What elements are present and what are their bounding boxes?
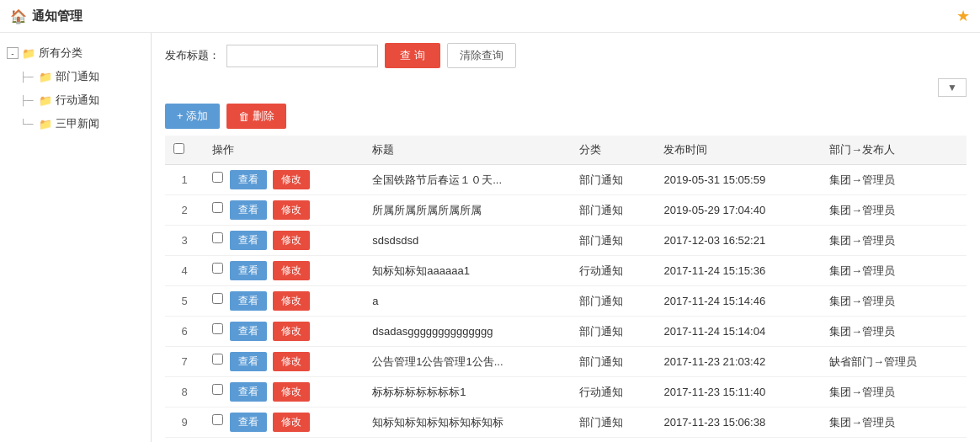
line-icon-action: ├─ — [20, 95, 34, 105]
delete-button[interactable]: 🗑 删除 — [226, 104, 286, 129]
row-category: 部门通知 — [571, 407, 656, 438]
clear-button[interactable]: 清除查询 — [447, 43, 516, 68]
edit-button[interactable]: 修改 — [273, 170, 310, 189]
row-number: 2 — [165, 195, 204, 226]
query-button[interactable]: 查 询 — [385, 43, 440, 68]
edit-button[interactable]: 修改 — [273, 322, 310, 341]
view-button[interactable]: 查看 — [230, 352, 267, 371]
col-checkbox — [165, 136, 204, 165]
row-title: 知标知标知aaaaaа1 — [364, 256, 571, 286]
row-category: 行动通知 — [571, 377, 656, 407]
row-number: 9 — [165, 407, 204, 438]
row-checkbox[interactable] — [212, 414, 223, 425]
col-category: 分类 — [571, 136, 656, 165]
row-actions: 查看 修改 — [204, 226, 364, 256]
sidebar-root-label[interactable]: 所有分类 — [39, 45, 83, 61]
sidebar-label-dept: 部门通知 — [56, 69, 99, 84]
row-time: 2017-11-24 15:14:04 — [655, 317, 820, 347]
sidebar-item-action-notice[interactable]: ├─ 📁 行动通知 — [0, 88, 151, 112]
view-button[interactable]: 查看 — [230, 382, 267, 402]
folder-icon-dept: 📁 — [39, 71, 52, 83]
row-checkbox[interactable] — [212, 172, 223, 183]
row-category: 部门通知 — [571, 317, 656, 347]
row-number: 8 — [165, 377, 204, 407]
select-all-checkbox[interactable] — [173, 143, 184, 154]
edit-button[interactable]: 修改 — [273, 200, 310, 220]
edit-button[interactable]: 修改 — [273, 231, 310, 250]
table-row: 7 查看 修改 公告管理1公告管理1公吿... 部门通知 2017-11-23 … — [165, 347, 967, 377]
row-title: 标标标标标标标标1 — [364, 377, 571, 407]
row-actions: 查看 修改 — [204, 377, 364, 407]
line-icon-news: └─ — [20, 119, 34, 129]
row-checkbox[interactable] — [212, 323, 223, 334]
edit-button[interactable]: 修改 — [273, 382, 310, 402]
view-button[interactable]: 查看 — [230, 231, 267, 250]
row-number: 1 — [165, 165, 204, 195]
row-category: 部门通知 — [571, 286, 656, 317]
search-bar: 发布标题： 查 询 清除查询 — [165, 43, 967, 68]
row-title: a — [364, 286, 571, 317]
row-publisher: 集团→管理员 — [821, 165, 967, 195]
edit-button[interactable]: 修改 — [273, 352, 310, 371]
line-icon: ├─ — [20, 72, 34, 82]
row-actions: 查看 修改 — [204, 407, 364, 438]
row-number: 3 — [165, 226, 204, 256]
row-checkbox[interactable] — [212, 263, 223, 274]
view-button[interactable]: 查看 — [230, 291, 267, 311]
row-title: dsadasgggggggggggggg — [364, 317, 571, 347]
row-publisher: 集团→管理员 — [821, 195, 967, 226]
row-actions: 查看 修改 — [204, 195, 364, 226]
table-row: 2 查看 修改 所属所属所属所属所属 部门通知 2019-05-29 17:04… — [165, 195, 967, 226]
filter-dropdown[interactable]: ▼ — [938, 78, 967, 97]
folder-icon: 📁 — [22, 47, 35, 60]
folder-icon-news: 📁 — [39, 118, 52, 130]
row-checkbox[interactable] — [212, 384, 223, 395]
row-title: 所属所属所属所属所属 — [364, 195, 571, 226]
row-publisher: 集团→管理员 — [821, 317, 967, 347]
sidebar: - 📁 所有分类 ├─ 📁 部门通知 ├─ 📁 行动通知 └─ 📁 三甲新闻 — [0, 33, 152, 442]
row-checkbox[interactable] — [212, 232, 223, 243]
star-icon[interactable]: ★ — [956, 7, 970, 25]
edit-button[interactable]: 修改 — [273, 413, 310, 432]
row-time: 2017-11-23 15:06:38 — [655, 407, 820, 438]
row-time: 2017-11-23 15:11:40 — [655, 377, 820, 407]
row-number: 6 — [165, 317, 204, 347]
row-category: 部门通知 — [571, 347, 656, 377]
row-number: 7 — [165, 347, 204, 377]
row-checkbox[interactable] — [212, 354, 223, 365]
row-time: 2017-11-24 15:15:36 — [655, 256, 820, 286]
table-row: 3 查看 修改 sdsdsdsd 部门通知 2017-12-03 16:52:2… — [165, 226, 967, 256]
col-publisher: 部门→发布人 — [821, 136, 967, 165]
search-input[interactable] — [226, 45, 378, 67]
view-button[interactable]: 查看 — [230, 261, 267, 280]
row-actions: 查看 修改 — [204, 317, 364, 347]
edit-button[interactable]: 修改 — [273, 261, 310, 280]
content-area: 发布标题： 查 询 清除查询 ▼ + 添加 🗑 删除 — [152, 33, 980, 442]
row-time: 2017-11-23 21:03:42 — [655, 347, 820, 377]
table-row: 1 查看 修改 全国铁路节后春运１０天... 部门通知 2019-05-31 1… — [165, 165, 967, 195]
sidebar-label-news: 三甲新闻 — [56, 116, 99, 131]
row-publisher: 集团→管理员 — [821, 407, 967, 438]
row-actions: 查看 修改 — [204, 165, 364, 195]
row-checkbox[interactable] — [212, 293, 223, 304]
edit-button[interactable]: 修改 — [273, 291, 310, 311]
filter-bar: ▼ — [165, 78, 967, 97]
table-row: 6 查看 修改 dsadasgggggggggggggg 部门通知 2017-1… — [165, 317, 967, 347]
row-number: 4 — [165, 256, 204, 286]
view-button[interactable]: 查看 — [230, 413, 267, 432]
search-label: 发布标题： — [165, 48, 220, 63]
row-title: 全国铁路节后春运１０天... — [364, 165, 571, 195]
sidebar-item-dept-notice[interactable]: ├─ 📁 部门通知 — [0, 65, 151, 88]
page-title: 通知管理 — [32, 8, 83, 24]
row-checkbox[interactable] — [212, 202, 223, 213]
add-button[interactable]: + 添加 — [165, 104, 220, 129]
view-button[interactable]: 查看 — [230, 322, 267, 341]
folder-icon-action: 📁 — [39, 94, 52, 107]
view-button[interactable]: 查看 — [230, 200, 267, 220]
view-button[interactable]: 查看 — [230, 170, 267, 189]
row-time: 2019-05-29 17:04:40 — [655, 195, 820, 226]
row-title: 公告管理1公告管理1公吿... — [364, 347, 571, 377]
toolbar: + 添加 🗑 删除 — [165, 104, 967, 129]
sidebar-item-news[interactable]: └─ 📁 三甲新闻 — [0, 112, 151, 136]
col-action: 操作 — [204, 136, 364, 165]
